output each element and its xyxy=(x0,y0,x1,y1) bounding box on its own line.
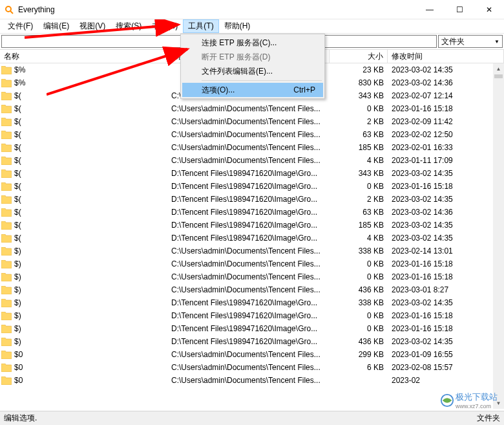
file-path: D:\Tencent Files\1989471620\Image\Gro... xyxy=(171,298,330,307)
maximize-button[interactable]: ☐ xyxy=(445,0,474,19)
file-name: $) xyxy=(14,259,21,268)
menu-shortcut: Ctrl+P xyxy=(293,85,315,94)
file-size: 2 KB xyxy=(330,117,388,126)
file-name: $) xyxy=(14,272,21,281)
scroll-track[interactable] xyxy=(493,74,504,398)
file-size: 0 KB xyxy=(330,259,388,268)
menu-item[interactable]: 文件列表编辑器(E)... xyxy=(182,64,323,78)
menubar: 文件(F) 编辑(E) 视图(V) 搜索(S) 书签(B) 工具(T) 帮助(H… xyxy=(0,19,504,34)
menu-tools[interactable]: 工具(T) xyxy=(183,19,218,33)
file-size: 436 KB xyxy=(330,285,388,294)
file-path: D:\Tencent Files\1989471620\Image\Gro... xyxy=(171,208,330,217)
close-button[interactable]: ✕ xyxy=(474,0,504,19)
file-path: C:\Users\admin\Documents\Tencent Files..… xyxy=(171,272,330,281)
menu-help[interactable]: 帮助(H) xyxy=(219,19,256,33)
list-item[interactable]: $)D:\Tencent Files\1989471620\Image\Gro.… xyxy=(0,296,504,309)
header-name[interactable]: 名称 xyxy=(0,50,171,63)
list-item[interactable]: $(C:\Users\admin\Documents\Tencent Files… xyxy=(0,128,504,141)
list-item[interactable]: $0C:\Users\admin\Documents\Tencent Files… xyxy=(0,361,504,374)
file-name: $0 xyxy=(14,350,23,359)
file-date: 2023-01-16 15:18 xyxy=(388,272,504,281)
tools-dropdown: 连接 ETP 服务器(C)...断开 ETP 服务器(D)文件列表编辑器(E).… xyxy=(180,34,325,99)
list-item[interactable]: $)C:\Users\admin\Documents\Tencent Files… xyxy=(0,270,504,283)
file-name: $( xyxy=(14,156,21,165)
filter-dropdown[interactable]: 文件夹 ▼ xyxy=(438,35,503,48)
menu-item[interactable]: 选项(O)...Ctrl+P xyxy=(182,83,323,97)
file-date: 2023-02-01 16:33 xyxy=(388,143,504,152)
menu-view[interactable]: 视图(V) xyxy=(74,19,110,33)
file-date: 2023-03-02 14:36 xyxy=(388,78,504,87)
file-path: D:\Tencent Files\1989471620\Image\Gro... xyxy=(171,324,330,333)
file-name: $) xyxy=(14,298,21,307)
file-date: 2023-03-02 14:35 xyxy=(388,65,504,74)
list-item[interactable]: $(C:\Users\admin\Documents\Tencent Files… xyxy=(0,115,504,128)
file-name: $) xyxy=(14,311,21,320)
list-item[interactable]: $)C:\Users\admin\Documents\Tencent Files… xyxy=(0,257,504,270)
watermark-icon xyxy=(440,393,454,408)
list-item[interactable]: $(D:\Tencent Files\1989471620\Image\Gro.… xyxy=(0,219,504,232)
file-name: $( xyxy=(14,169,21,178)
file-path: C:\Users\admin\Documents\Tencent Files..… xyxy=(171,376,330,385)
file-date: 2023-03-02 14:35 xyxy=(388,234,504,243)
list-item[interactable]: $(C:\Users\admin\Documents\Tencent Files… xyxy=(0,141,504,154)
filter-value: 文件夹 xyxy=(441,36,465,47)
list-item[interactable]: $(D:\Tencent Files\1989471620\Image\Gro.… xyxy=(0,167,504,180)
menu-search[interactable]: 搜索(S) xyxy=(110,19,147,33)
file-date: 2023-02-09 11:42 xyxy=(388,117,504,126)
scroll-thumb[interactable] xyxy=(494,74,503,78)
file-date: 2023-02-08 15:57 xyxy=(388,363,504,372)
file-name: $) xyxy=(14,324,21,333)
vertical-scrollbar[interactable]: ▲ ▼ xyxy=(493,63,504,409)
menu-bookmarks[interactable]: 书签(B) xyxy=(147,19,183,33)
file-path: C:\Users\admin\Documents\Tencent Files..… xyxy=(171,350,330,359)
header-date[interactable]: 修改时间 xyxy=(388,50,504,63)
file-size: 338 KB xyxy=(330,246,388,256)
list-item[interactable]: $0C:\Users\admin\Documents\Tencent Files… xyxy=(0,374,504,387)
list-item[interactable]: $)D:\Tencent Files\1989471620\Image\Gro.… xyxy=(0,335,504,348)
file-path: D:\Tencent Files\1989471620\Image\Gro... xyxy=(171,195,330,204)
file-path: D:\Tencent Files\1989471620\Image\Gro... xyxy=(171,169,330,178)
menu-edit[interactable]: 编辑(E) xyxy=(38,19,74,33)
file-name: $( xyxy=(14,143,21,152)
file-date: 2023-01-16 15:18 xyxy=(388,182,504,191)
file-path: C:\Users\admin\Documents\Tencent Files..… xyxy=(171,130,330,139)
file-size: 0 KB xyxy=(330,324,388,333)
minimize-button[interactable]: — xyxy=(415,0,445,19)
file-date: 2023-02-14 13:01 xyxy=(388,246,504,256)
file-list[interactable]: $%23 KB2023-03-02 14:35$%830 KB2023-03-0… xyxy=(0,63,504,409)
list-item[interactable]: $)C:\Users\admin\Documents\Tencent Files… xyxy=(0,245,504,257)
file-size: 338 KB xyxy=(330,298,388,307)
menu-file[interactable]: 文件(F) xyxy=(3,19,38,33)
list-item[interactable]: $)C:\Users\admin\Documents\Tencent Files… xyxy=(0,283,504,296)
file-name: $% xyxy=(14,65,25,74)
file-date: 2023-01-16 15:18 xyxy=(388,259,504,268)
file-path: D:\Tencent Files\1989471620\Image\Gro... xyxy=(171,337,330,346)
list-item[interactable]: $)D:\Tencent Files\1989471620\Image\Gro.… xyxy=(0,322,504,335)
list-item[interactable]: $(D:\Tencent Files\1989471620\Image\Gro.… xyxy=(0,232,504,245)
list-item[interactable]: $(D:\Tencent Files\1989471620\Image\Gro.… xyxy=(0,180,504,193)
menu-item[interactable]: 连接 ETP 服务器(C)... xyxy=(182,36,323,50)
list-item[interactable]: $0C:\Users\admin\Documents\Tencent Files… xyxy=(0,348,504,361)
scroll-up-button[interactable]: ▲ xyxy=(493,63,504,74)
file-name: $( xyxy=(14,234,21,243)
svg-line-1 xyxy=(10,11,13,14)
file-path: C:\Users\admin\Documents\Tencent Files..… xyxy=(171,156,330,165)
file-path: C:\Users\admin\Documents\Tencent Files..… xyxy=(171,104,330,113)
file-path: D:\Tencent Files\1989471620\Image\Gro... xyxy=(171,234,330,243)
watermark: 极光下载站 www.xz7.com xyxy=(440,391,498,409)
window-title: Everything xyxy=(18,5,415,14)
list-item[interactable]: $(C:\Users\admin\Documents\Tencent Files… xyxy=(0,102,504,115)
header-size[interactable]: 大小 xyxy=(330,50,388,63)
file-size: 63 KB xyxy=(330,130,388,139)
file-name: $( xyxy=(14,91,21,100)
file-size: 4 KB xyxy=(330,234,388,243)
file-date: 2023-03-01 8:27 xyxy=(388,285,504,294)
file-date: 2023-02-02 12:50 xyxy=(388,130,504,139)
statusbar: 编辑选项. 文件夹 xyxy=(0,411,504,425)
file-date: 2023-02 xyxy=(388,376,504,385)
list-item[interactable]: $(D:\Tencent Files\1989471620\Image\Gro.… xyxy=(0,206,504,219)
list-item[interactable]: $(C:\Users\admin\Documents\Tencent Files… xyxy=(0,154,504,167)
list-item[interactable]: $(D:\Tencent Files\1989471620\Image\Gro.… xyxy=(0,193,504,206)
list-item[interactable]: $)D:\Tencent Files\1989471620\Image\Gro.… xyxy=(0,309,504,322)
file-date: 2023-01-09 16:55 xyxy=(388,350,504,359)
